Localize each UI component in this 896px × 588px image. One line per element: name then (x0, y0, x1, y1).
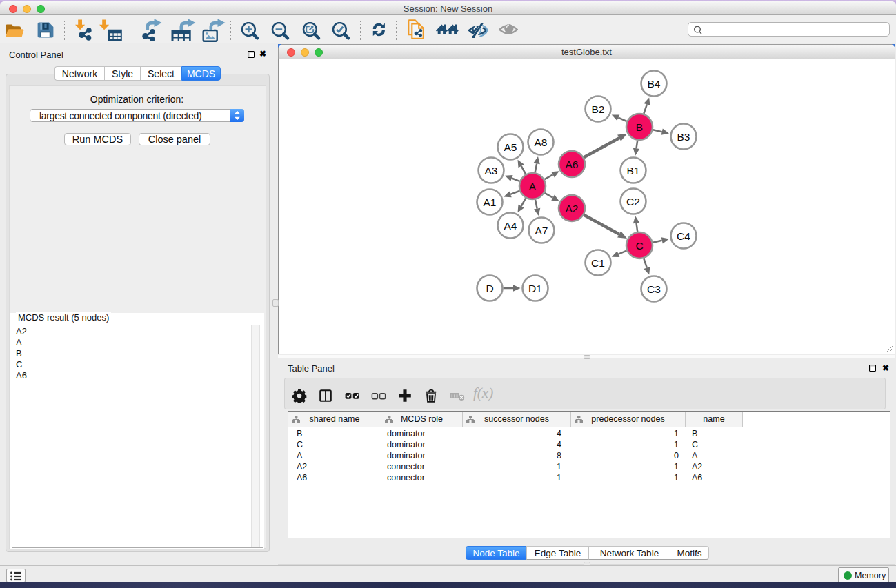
svg-text:A4: A4 (504, 220, 517, 232)
svg-text:A2: A2 (566, 203, 579, 214)
svg-text:A3: A3 (485, 165, 498, 176)
svg-text:C3: C3 (647, 283, 661, 295)
svg-text:C4: C4 (677, 230, 690, 242)
svg-text:D: D (486, 283, 493, 294)
svg-text:A5: A5 (504, 141, 517, 153)
svg-text:B: B (636, 121, 643, 133)
svg-text:A6: A6 (566, 159, 579, 170)
svg-text:D1: D1 (528, 283, 542, 294)
svg-text:B3: B3 (677, 131, 690, 143)
svg-text:B1: B1 (627, 165, 640, 176)
svg-text:C1: C1 (591, 257, 605, 269)
svg-text:C2: C2 (626, 196, 640, 207)
svg-text:A8: A8 (535, 136, 548, 148)
svg-text:B2: B2 (592, 103, 605, 115)
svg-text:A: A (529, 181, 537, 192)
svg-text:B4: B4 (648, 78, 661, 90)
svg-text:A7: A7 (535, 225, 548, 236)
svg-text:C: C (635, 240, 643, 252)
svg-text:A1: A1 (484, 196, 497, 208)
